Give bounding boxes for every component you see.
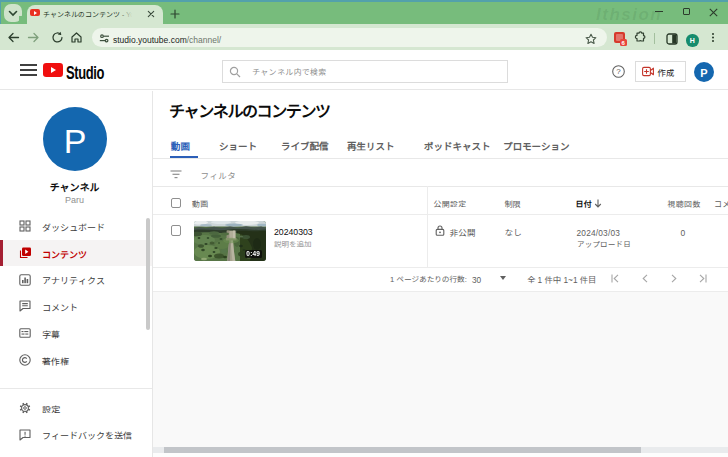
- svg-text:?: ?: [616, 67, 621, 76]
